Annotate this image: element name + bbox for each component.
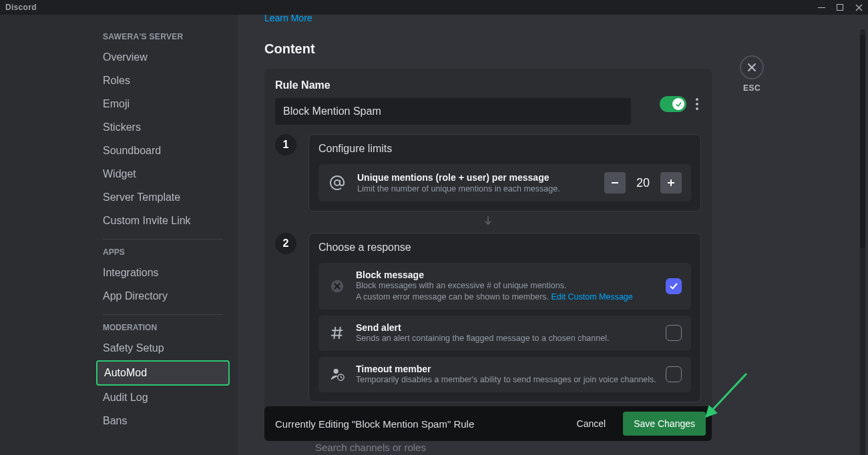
sidebar-item-roles[interactable]: Roles	[96, 69, 230, 92]
sidebar-item-overview[interactable]: Overview	[96, 46, 230, 69]
mention-icon	[328, 175, 347, 191]
unsaved-changes-bar: Currently Editing "Block Mention Spam" R…	[264, 406, 712, 441]
rule-name-label: Rule Name	[275, 79, 650, 91]
sidebar-category-apps: APPS	[96, 246, 230, 261]
rule-card: Rule Name 1	[264, 69, 712, 434]
close-settings-button[interactable]	[740, 55, 764, 79]
response-subtitle: Temporarily disables a member's ability …	[356, 374, 656, 386]
mention-limit-stepper: 20	[604, 172, 682, 193]
svg-rect-0	[818, 7, 825, 8]
sidebar-item-integrations[interactable]: Integrations	[96, 262, 230, 284]
rule-options-button[interactable]	[693, 95, 701, 113]
edit-custom-message-link[interactable]: Edit Custom Message	[552, 292, 633, 302]
sidebar-item-emoji[interactable]: Emoji	[96, 93, 230, 115]
sidebar-item-soundboard[interactable]: Soundboard	[96, 139, 230, 162]
response-checkbox[interactable]	[666, 278, 682, 294]
settings-main: Learn More ESC Content Rule Name	[238, 15, 868, 455]
step-title: Choose a response	[318, 242, 691, 254]
response-checkbox[interactable]	[666, 325, 682, 341]
response-timeout-member[interactable]: Timeout member Temporarily disables a me…	[318, 357, 691, 392]
svg-point-2	[335, 180, 340, 185]
response-subtitle: Sends an alert containing the flagged me…	[356, 333, 656, 344]
response-block-message[interactable]: Block message Block messages with an exc…	[318, 263, 691, 310]
limit-subtitle: Limit the number of unique mentions in e…	[357, 184, 594, 193]
sidebar-item-stickers[interactable]: Stickers	[96, 116, 230, 139]
mention-limit-row: Unique mentions (role + user) per messag…	[318, 164, 691, 201]
esc-label: ESC	[740, 83, 764, 93]
svg-point-7	[334, 369, 339, 374]
app-name: Discord	[5, 3, 37, 12]
maximize-button[interactable]	[831, 0, 849, 15]
sidebar-item-server-template[interactable]: Server Template	[96, 186, 230, 209]
svg-rect-5	[670, 179, 672, 186]
sidebar-item-widget[interactable]: Widget	[96, 163, 230, 185]
save-changes-button[interactable]: Save Changes	[623, 412, 706, 436]
divider	[103, 314, 223, 315]
step-title: Configure limits	[318, 143, 691, 155]
response-title: Timeout member	[356, 364, 656, 374]
response-subtitle: Block messages with an excessive # of un…	[356, 280, 656, 303]
arrow-down-icon	[275, 211, 701, 233]
cancel-button[interactable]: Cancel	[568, 413, 616, 434]
close-button[interactable]	[849, 0, 868, 15]
step-number: 1	[275, 134, 296, 155]
rule-name-input[interactable]	[275, 98, 631, 125]
sidebar-item-custom-invite-link[interactable]: Custom Invite Link	[96, 209, 230, 232]
svg-rect-3	[612, 182, 618, 183]
search-channels-input[interactable]: Search channels or roles	[315, 442, 426, 453]
timeout-icon	[328, 365, 347, 384]
learn-more-link[interactable]: Learn More	[264, 15, 312, 23]
window-controls	[812, 0, 868, 15]
increment-button[interactable]	[660, 172, 682, 193]
response-checkbox[interactable]	[666, 366, 682, 382]
choose-response-panel: Choose a response Block message Block me…	[308, 233, 701, 402]
decrement-button[interactable]	[604, 172, 626, 193]
mention-limit-value: 20	[630, 176, 656, 190]
sidebar-item-app-directory[interactable]: App Directory	[96, 285, 230, 308]
step-number: 2	[275, 233, 296, 254]
server-name-header: SAWERA'S SERVER	[96, 28, 230, 45]
section-title: Content	[264, 41, 712, 57]
check-icon	[672, 98, 684, 110]
divider	[103, 239, 223, 240]
response-send-alert[interactable]: Send alert Sends an alert containing the…	[318, 316, 691, 351]
response-title: Send alert	[356, 322, 656, 333]
sidebar-item-audit-log[interactable]: Audit Log	[96, 386, 230, 409]
sidebar-item-bans[interactable]: Bans	[96, 410, 230, 432]
sidebar-category-moderation: MODERATION	[96, 322, 230, 336]
sidebar-item-safety-setup[interactable]: Safety Setup	[96, 337, 230, 360]
limit-title: Unique mentions (role + user) per messag…	[357, 172, 594, 183]
scrollbar[interactable]	[860, 29, 865, 455]
unsaved-changes-text: Currently Editing "Block Mention Spam" R…	[275, 418, 560, 430]
block-icon	[328, 277, 347, 296]
settings-sidebar: SAWERA'S SERVER Overview Roles Emoji Sti…	[0, 15, 238, 455]
minimize-button[interactable]	[812, 0, 831, 15]
hash-icon	[328, 324, 347, 342]
response-title: Block message	[356, 270, 656, 280]
titlebar: Discord	[0, 0, 868, 15]
rule-enabled-toggle[interactable]	[660, 96, 686, 112]
sidebar-item-automod[interactable]: AutoMod	[96, 360, 230, 386]
configure-limits-panel: Configure limits Unique mentions (role +…	[308, 134, 701, 211]
svg-rect-1	[837, 5, 843, 11]
